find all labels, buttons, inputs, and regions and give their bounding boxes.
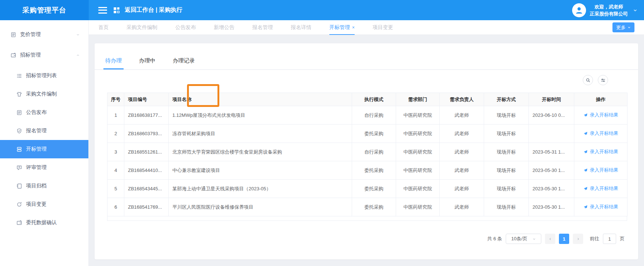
filter-button[interactable] bbox=[598, 75, 608, 85]
table-cell: 武老师 bbox=[440, 106, 484, 125]
enter-bid-result-link[interactable]: 录入开标结果 bbox=[583, 148, 618, 155]
column-header: 项目编号 bbox=[124, 93, 169, 106]
content-area: 待办理办理中办理记录 序号项目编号项目名称执行模式需求部门需求 bbox=[89, 35, 644, 266]
table-cell-action: 录入开标结果 bbox=[574, 143, 627, 161]
nav-tab-label: 开标管理 bbox=[329, 24, 350, 30]
column-header: 开标方式 bbox=[484, 93, 529, 106]
sidebar-item-entry[interactable]: 公告发布 bbox=[0, 103, 88, 122]
table-cell-action: 录入开标结果 bbox=[574, 198, 627, 216]
pagination: 共 6 条 10条/页 1 前往 页 bbox=[487, 234, 625, 244]
send-icon bbox=[583, 131, 588, 136]
sidebar-item-entry[interactable]: 采购文件编制 bbox=[0, 85, 88, 103]
sidebar-item-entry[interactable]: 项目变更 bbox=[0, 195, 88, 213]
sidebar-item-entry[interactable]: 委托数据确认 bbox=[0, 213, 88, 232]
subtab[interactable]: 办理中 bbox=[138, 57, 156, 69]
panel-card: 待办理办理中办理记录 序号项目编号项目名称执行模式需求部门需求 bbox=[95, 43, 638, 259]
column-header: 需求负责人 bbox=[440, 93, 484, 106]
chevron-down-icon[interactable] bbox=[633, 8, 637, 12]
hamburger-menu-icon[interactable] bbox=[98, 7, 107, 14]
sidebar-item-entry[interactable]: 竞价管理 bbox=[0, 25, 88, 44]
sidebar-item-entry[interactable]: 招标管理 bbox=[0, 46, 88, 64]
enter-bid-result-link[interactable]: 录入开标结果 bbox=[583, 185, 618, 192]
sidebar-item-entry[interactable]: 招标管理列表 bbox=[0, 66, 88, 85]
refresh-icon bbox=[16, 201, 22, 208]
sidebar-item-label: 竞价管理 bbox=[20, 31, 41, 38]
send-icon bbox=[583, 186, 588, 191]
action-label: 录入开标结果 bbox=[590, 167, 618, 173]
sidebar-item-entry[interactable]: 项目归档 bbox=[0, 177, 88, 195]
enter-bid-result-link[interactable]: 录入开标结果 bbox=[583, 204, 618, 210]
table-tail-strip bbox=[107, 216, 627, 221]
search-button[interactable] bbox=[583, 75, 593, 85]
more-button[interactable]: 更多 bbox=[612, 22, 634, 32]
clipboard-icon bbox=[16, 109, 22, 116]
nav-tab[interactable]: 项目变更 bbox=[373, 20, 393, 35]
table-row: 4ZB168544410...中心兼示教室建设项目委托采购中医药研究院武老师现场… bbox=[107, 161, 627, 180]
apps-grid-icon[interactable] bbox=[113, 7, 120, 14]
nav-tab[interactable]: 报名详情 bbox=[291, 20, 311, 35]
nav-tab-label: 首页 bbox=[98, 24, 109, 30]
close-icon[interactable]: × bbox=[352, 25, 355, 30]
table-cell: 现场开标 bbox=[484, 198, 529, 216]
table-cell: 2023-05-30 1... bbox=[529, 198, 574, 216]
table-cell: 2023-05-30 1... bbox=[529, 180, 574, 198]
table-cell: 武老师 bbox=[440, 143, 484, 161]
table-cell: 中医药研究院 bbox=[396, 106, 440, 125]
nav-tab-label: 报名管理 bbox=[252, 24, 273, 30]
breadcrumb[interactable]: 返回工作台 | 采购执行 bbox=[125, 6, 182, 14]
page-size-select[interactable]: 10条/页 bbox=[506, 234, 541, 244]
chevron-right-icon bbox=[577, 237, 580, 241]
subtab[interactable]: 办理记录 bbox=[172, 57, 195, 69]
sidebar-item-active[interactable]: 开标管理 bbox=[0, 140, 88, 158]
table-row: 5ZB168543445...某部海上动中通卫星天线采购项目（2023-05）委… bbox=[107, 180, 627, 198]
table-cell: 中医药研究院 bbox=[396, 143, 440, 161]
table-cell: 1 bbox=[107, 106, 124, 125]
page-number-current[interactable]: 1 bbox=[559, 234, 569, 244]
prev-page-button[interactable] bbox=[545, 234, 555, 244]
panels-icon bbox=[16, 146, 22, 152]
table-cell: ZB168544410... bbox=[124, 161, 169, 180]
sidebar-item-label: 评审管理 bbox=[26, 164, 47, 171]
enter-bid-result-link[interactable]: 录入开标结果 bbox=[583, 167, 618, 173]
clipboard-icon bbox=[10, 32, 17, 38]
chat-plus-icon bbox=[16, 165, 22, 171]
welcome-text: 欢迎，武老师 bbox=[590, 3, 628, 10]
shield-check-icon bbox=[16, 128, 22, 134]
nav-tab[interactable]: 公告发布 bbox=[175, 20, 196, 35]
table-cell: 2023-05-30 1... bbox=[529, 161, 574, 180]
table-cell: 委托采购 bbox=[352, 180, 396, 198]
action-label: 录入开标结果 bbox=[590, 130, 618, 137]
nav-tab-label: 项目变更 bbox=[373, 24, 393, 30]
app-logo: 采购管理平台 bbox=[0, 0, 89, 20]
table-header-row: 序号项目编号项目名称执行模式需求部门需求负责人开标方式开标时间操作 bbox=[107, 93, 627, 106]
next-page-button[interactable] bbox=[573, 234, 583, 244]
nav-tab[interactable]: 首页 bbox=[98, 20, 109, 35]
table-cell: 现场开标 bbox=[484, 180, 529, 198]
nav-tab[interactable]: 报名管理 bbox=[252, 20, 273, 35]
table-cell: 中医药研究院 bbox=[396, 125, 440, 143]
user-menu[interactable]: 欢迎，武老师 正采股份有限公司 bbox=[572, 3, 637, 17]
sidebar-item-entry[interactable]: 评审管理 bbox=[0, 158, 88, 177]
sidebar-item-label: 报名管理 bbox=[26, 127, 47, 134]
table-row: 2ZB168603793...冻存管耗材采购项目委托采购中医药研究院武老师现场开… bbox=[107, 125, 627, 143]
enter-bid-result-link[interactable]: 录入开标结果 bbox=[583, 130, 618, 137]
subtab[interactable]: 待办理 bbox=[105, 57, 122, 69]
nav-tab[interactable]: 新增公告 bbox=[214, 20, 234, 35]
table-row: 3ZB168551261...北京师范大学育荣园区综合楼学生食堂厨房设备采购自行… bbox=[107, 143, 627, 161]
column-header: 操作 bbox=[574, 93, 627, 106]
action-label: 录入开标结果 bbox=[590, 204, 618, 210]
table-cell: 自行采购 bbox=[352, 143, 396, 161]
sidebar-item-entry[interactable]: 报名管理 bbox=[0, 122, 88, 140]
table-cell: 4 bbox=[107, 161, 124, 180]
table-cell-action: 录入开标结果 bbox=[574, 125, 627, 143]
nav-tab-label: 新增公告 bbox=[214, 24, 234, 30]
subtabs: 待办理办理中办理记录 bbox=[95, 43, 638, 70]
table-cell: ZB168543445... bbox=[124, 180, 169, 198]
wallet-icon bbox=[16, 220, 22, 226]
enter-bid-result-link[interactable]: 录入开标结果 bbox=[583, 112, 618, 118]
nav-tab[interactable]: 开标管理× bbox=[329, 20, 355, 35]
nav-tab[interactable]: 采购文件编制 bbox=[127, 20, 157, 35]
avatar[interactable] bbox=[572, 3, 586, 17]
table-cell: 武老师 bbox=[440, 198, 484, 216]
goto-page-input[interactable] bbox=[603, 234, 616, 244]
